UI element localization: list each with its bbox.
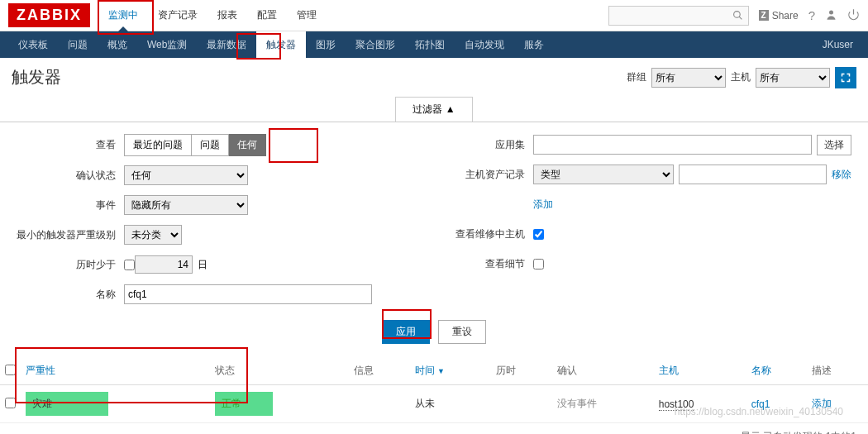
inv-type-select[interactable]: 类型	[533, 165, 674, 184]
global-search[interactable]	[608, 6, 749, 26]
group-select[interactable]: 所有	[651, 68, 726, 88]
nav-config[interactable]: 配置	[247, 0, 287, 31]
inv-add-link[interactable]: 添加	[533, 198, 553, 212]
view-label: 查看	[17, 138, 124, 152]
severity-badge: 灾难	[26, 392, 108, 416]
subnav-maps[interactable]: 拓扑图	[405, 31, 455, 59]
svg-point-0	[733, 12, 740, 18]
view-recent[interactable]: 最近的问题	[124, 134, 192, 156]
reset-button[interactable]: 重设	[438, 320, 486, 344]
inv-remove-link[interactable]: 移除	[832, 168, 851, 182]
minsev-label: 最小的触发器严重级别	[17, 228, 124, 242]
top-menu: 监测中 资产记录 报表 配置 管理	[98, 0, 608, 31]
col-info: 信息	[349, 357, 410, 385]
appset-select-button[interactable]: 选择	[817, 135, 851, 155]
select-all-checkbox[interactable]	[5, 365, 16, 375]
group-label: 群组	[627, 70, 646, 84]
maint-checkbox[interactable]	[533, 229, 544, 240]
expand-icon	[841, 73, 851, 83]
nav-admin[interactable]: 管理	[287, 0, 327, 31]
minsev-select[interactable]: 未分类	[124, 225, 182, 245]
view-any[interactable]: 任何	[229, 134, 266, 156]
subnav-dashboard[interactable]: 仪表板	[8, 31, 58, 59]
col-host[interactable]: 主机	[654, 357, 746, 385]
ack-label: 确认状态	[17, 169, 124, 183]
name-label: 名称	[17, 288, 124, 302]
fullscreen-button[interactable]	[835, 67, 856, 88]
username-label: JKuser	[823, 39, 860, 50]
age-input[interactable]	[135, 255, 193, 274]
host-label: 主机	[731, 70, 751, 84]
appset-input[interactable]	[533, 135, 812, 155]
name-input[interactable]	[124, 284, 372, 304]
status-badge: 正常	[215, 392, 273, 416]
age-unit: 日	[198, 258, 207, 272]
filter-toggle[interactable]: 过滤器 ▲	[395, 97, 472, 122]
row-checkbox[interactable]	[5, 398, 16, 408]
events-label: 事件	[17, 198, 124, 212]
subnav-graphs[interactable]: 图形	[306, 31, 346, 59]
col-age: 历时	[491, 357, 552, 385]
nav-reports[interactable]: 报表	[207, 0, 247, 31]
ack-select[interactable]: 任何	[124, 165, 248, 185]
col-status: 状态	[210, 357, 349, 385]
logo: ZABBIX	[8, 3, 90, 27]
col-desc: 描述	[807, 357, 868, 385]
appset-label: 应用集	[451, 138, 533, 152]
subnav-overview[interactable]: 概览	[98, 31, 137, 59]
sub-nav: 仪表板 问题 概览 Web监测 最新数据 触发器 图形 聚合图形 拓扑图 自动发…	[0, 31, 868, 58]
apply-button[interactable]: 应用	[382, 320, 430, 344]
desc-add-link[interactable]: 添加	[812, 398, 832, 409]
cell-ack: 没有事件	[552, 385, 654, 423]
subnav-screens[interactable]: 聚合图形	[346, 31, 405, 59]
nav-inventory[interactable]: 资产记录	[148, 0, 207, 31]
search-icon	[732, 10, 743, 21]
page-title: 触发器	[12, 66, 627, 88]
col-name[interactable]: 名称	[746, 357, 808, 385]
share-button[interactable]: ZShare	[759, 10, 799, 21]
col-severity[interactable]: 严重性	[21, 357, 210, 385]
maint-label: 查看维修中主机	[451, 227, 533, 241]
details-label: 查看细节	[451, 257, 533, 271]
help-icon[interactable]: ?	[808, 8, 815, 22]
col-ack: 确认	[552, 357, 654, 385]
subnav-latest[interactable]: 最新数据	[197, 31, 256, 59]
subnav-services[interactable]: 服务	[514, 31, 554, 59]
host-select[interactable]: 所有	[756, 68, 830, 88]
subnav-triggers[interactable]: 触发器	[256, 31, 306, 59]
svg-line-1	[739, 17, 742, 19]
trigger-name-link[interactable]: cfq1	[751, 398, 770, 410]
view-problems[interactable]: 问题	[192, 134, 229, 156]
inv-value-input[interactable]	[679, 165, 827, 184]
host-link[interactable]: host100	[659, 398, 694, 411]
subnav-problems[interactable]: 问题	[58, 31, 98, 59]
sort-desc-icon: ▼	[437, 367, 445, 375]
footer-summary: 显示 已自动发现的 1中的1	[0, 423, 868, 434]
svg-point-2	[829, 10, 833, 14]
subnav-web[interactable]: Web监测	[137, 31, 197, 59]
subnav-discovery[interactable]: 自动发现	[455, 31, 514, 59]
age-label: 历时少于	[17, 258, 124, 272]
details-checkbox[interactable]	[533, 259, 544, 269]
table-row: 灾难 正常 从未 没有事件 host100 cfq1 添加	[0, 385, 868, 423]
user-icon[interactable]	[825, 8, 837, 23]
cell-time: 从未	[410, 385, 492, 423]
nav-monitoring[interactable]: 监测中	[98, 0, 148, 31]
events-select[interactable]: 隐藏所有	[124, 195, 248, 215]
col-time[interactable]: 时间 ▼	[410, 357, 492, 385]
power-icon[interactable]	[847, 8, 860, 23]
age-checkbox[interactable]	[124, 260, 135, 270]
inv-label: 主机资产记录	[451, 168, 533, 182]
